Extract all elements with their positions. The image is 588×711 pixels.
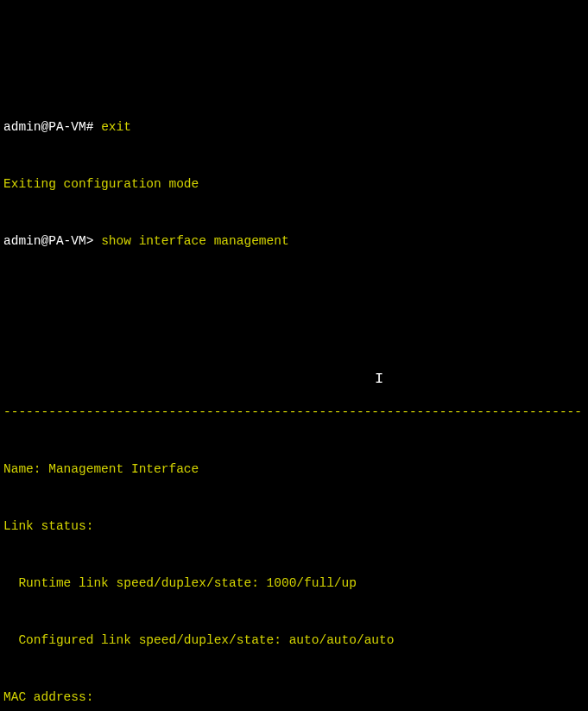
divider-line: ----------------------------------------…: [3, 403, 578, 422]
config-prompt: admin@PA-VM#: [3, 120, 101, 134]
command-exit: exit: [101, 120, 131, 134]
text-cursor-icon: I: [375, 370, 383, 389]
link-status-label: Link status:: [3, 517, 578, 536]
exit-message: Exiting configuration mode: [3, 175, 578, 194]
command-show: show interface management: [101, 234, 289, 248]
runtime-line: Runtime link speed/duplex/state: 1000/fu…: [3, 574, 578, 593]
configured-line: Configured link speed/duplex/state: auto…: [3, 631, 578, 650]
mac-label: MAC address:: [3, 688, 578, 707]
name-line: Name: Management Interface: [3, 460, 578, 479]
terminal-output[interactable]: admin@PA-VM# exit Exiting configuration …: [3, 79, 578, 711]
oper-prompt: admin@PA-VM>: [3, 234, 101, 248]
